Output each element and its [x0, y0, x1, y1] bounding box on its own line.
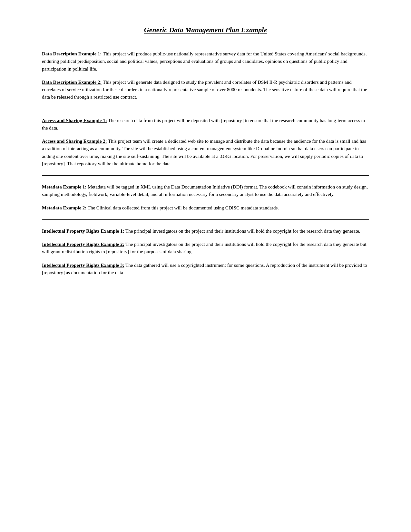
page-title: Generic Data Management Plan Example — [42, 26, 369, 34]
page-title-block: Generic Data Management Plan Example — [42, 26, 369, 34]
label-data-desc-1: Data Description Example 1: — [42, 51, 102, 56]
section-metadata: Metadata Example 1: Metadata will be tag… — [42, 183, 369, 212]
divider-3 — [42, 219, 369, 220]
paragraph-metadata-2: Metadata Example 2: The Clinical data co… — [42, 204, 369, 212]
page-container: Generic Data Management Plan Example Dat… — [0, 0, 411, 532]
paragraph-ip-1: Intellectual Property Rights Example 1: … — [42, 227, 369, 235]
divider-1 — [42, 109, 369, 109]
text-metadata-1: Metadata will be tagged in XML using the… — [42, 184, 368, 197]
label-ip-3: Intellectual Property Rights Example 3: — [42, 263, 124, 268]
label-access-1: Access and Sharing Example 1: — [42, 118, 107, 123]
text-metadata-2: The Clinical data collected from this pr… — [86, 205, 279, 210]
paragraph-ip-3: Intellectual Property Rights Example 3: … — [42, 262, 369, 277]
paragraph-data-desc-1: Data Description Example 1: This project… — [42, 50, 369, 73]
label-access-2: Access and Sharing Example 2: — [42, 139, 107, 144]
paragraph-access-2: Access and Sharing Example 2: This proje… — [42, 138, 369, 168]
label-metadata-1: Metadata Example 1: — [42, 184, 86, 189]
section-intellectual-property: Intellectual Property Rights Example 1: … — [42, 227, 369, 276]
label-data-desc-2: Data Description Example 2: — [42, 80, 102, 85]
label-metadata-2: Metadata Example 2: — [42, 205, 86, 210]
label-ip-1: Intellectual Property Rights Example 1: — [42, 228, 124, 234]
section-access-sharing: Access and Sharing Example 1: The resear… — [42, 117, 369, 168]
paragraph-access-1: Access and Sharing Example 1: The resear… — [42, 117, 369, 132]
paragraph-ip-2: Intellectual Property Rights Example 2: … — [42, 241, 369, 256]
divider-2 — [42, 175, 369, 176]
section-data-description: Data Description Example 1: This project… — [42, 50, 369, 101]
paragraph-data-desc-2: Data Description Example 2: This project… — [42, 79, 369, 101]
label-ip-2: Intellectual Property Rights Example 2: — [42, 242, 124, 247]
text-ip-1: The principal investigators on the proje… — [124, 228, 360, 234]
paragraph-metadata-1: Metadata Example 1: Metadata will be tag… — [42, 183, 369, 198]
